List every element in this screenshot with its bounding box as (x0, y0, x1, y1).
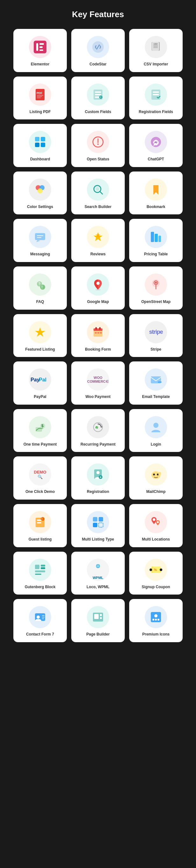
card-reviews[interactable]: Reviews (71, 219, 125, 262)
paypal-icon: PayPal (29, 368, 51, 391)
card-messaging[interactable]: Messaging (13, 219, 67, 262)
svg-rect-100 (41, 567, 45, 569)
svg-rect-110 (42, 615, 45, 616)
card-guest-listing[interactable]: !Guest listing (13, 504, 67, 547)
card-premium-icons[interactable]: Premium Icons (129, 599, 183, 642)
card-faq[interactable]: ?!FAQ (13, 267, 67, 310)
svg-text:AI: AI (154, 141, 157, 144)
card-chatgpt[interactable]: AIChatGPT (129, 124, 183, 167)
card-registration-fields[interactable]: Registration Fields (129, 76, 183, 120)
contact-form-icon (29, 606, 51, 628)
svg-rect-114 (94, 614, 99, 619)
color-settings-icon (29, 179, 51, 201)
svg-rect-43 (35, 233, 45, 240)
svg-rect-98 (35, 565, 39, 569)
card-booking-form[interactable]: Booking Form (71, 314, 125, 357)
svg-point-104 (149, 568, 152, 571)
booking-form-label: Booking Form (85, 347, 111, 352)
svg-rect-111 (42, 617, 45, 617)
color-settings-label: Color Settings (27, 205, 53, 210)
card-one-time-payment[interactable]: $One time Payment (13, 409, 67, 452)
dashboard-label: Dashboard (30, 157, 50, 162)
card-openstreet-map[interactable]: OpenStreet Map (129, 267, 183, 310)
svg-rect-89 (37, 522, 41, 523)
svg-text:$: $ (41, 424, 44, 428)
card-google-map[interactable]: Google Map (71, 267, 125, 310)
svg-text:!: ! (41, 517, 42, 521)
svg-rect-31 (41, 143, 45, 147)
page-builder-icon (87, 606, 109, 628)
open-status-label: Open Status (87, 157, 109, 162)
card-registration[interactable]: +Registration (71, 456, 125, 500)
signup-coupon-label: Signup Coupon (142, 585, 170, 590)
svg-rect-112 (42, 618, 44, 619)
mailchimp-icon (145, 463, 167, 486)
card-email-template[interactable]: Email Template (129, 362, 183, 405)
elementor-label: Elementor (31, 62, 50, 67)
card-open-status[interactable]: Open Status (71, 124, 125, 167)
card-loco-wpml[interactable]: 🌐WPMLLoco, WPML (71, 552, 125, 595)
svg-point-97 (157, 521, 159, 523)
card-custom-fields[interactable]: +Custom Fields (71, 76, 125, 120)
svg-rect-30 (35, 143, 39, 147)
csv-importer-label: CSV Importer (144, 62, 168, 67)
card-login[interactable]: Login (129, 409, 183, 452)
card-recurring-payment[interactable]: ✓Recurring Payment (71, 409, 125, 452)
listing-pdf-icon: PDF (29, 84, 51, 106)
svg-rect-22 (95, 97, 99, 98)
svg-point-56 (96, 282, 100, 285)
svg-text:!: ! (41, 285, 43, 289)
svg-rect-71 (158, 381, 162, 383)
card-signup-coupon[interactable]: %Signup Coupon (129, 552, 183, 595)
svg-rect-14 (36, 89, 45, 100)
card-dashboard[interactable]: Dashboard (13, 124, 67, 167)
paypal-label: PayPal (34, 395, 46, 400)
svg-point-59 (155, 282, 157, 284)
registration-icon: + (87, 463, 109, 486)
guest-listing-label: Guest listing (29, 537, 52, 542)
svg-point-78 (153, 423, 159, 428)
svg-rect-66 (97, 332, 99, 334)
google-map-label: Google Map (87, 300, 109, 305)
card-paypal[interactable]: PayPalPayPal (13, 362, 67, 405)
svg-point-119 (152, 619, 154, 621)
stripe-icon: stripe (145, 321, 167, 343)
svg-rect-99 (41, 565, 45, 567)
multi-locations-icon (145, 511, 167, 533)
card-gutenberg-block[interactable]: Gutenberg Block (13, 552, 67, 595)
card-pricing-table[interactable]: Pricing Table (129, 219, 183, 262)
card-multi-listing-type[interactable]: Multi Listing Type (71, 504, 125, 547)
card-color-settings[interactable]: Color Settings (13, 172, 67, 215)
registration-label: Registration (87, 489, 109, 495)
card-mailchimp[interactable]: MailChimp (129, 456, 183, 500)
card-multi-locations[interactable]: Multi Locations (129, 504, 183, 547)
card-woo-payment[interactable]: WOOCOMMERC∈Woo Payment (71, 362, 125, 405)
svg-rect-2 (39, 43, 44, 45)
card-csv-importer[interactable]: CSVCSV Importer (129, 29, 183, 72)
booking-form-icon (87, 321, 109, 343)
svg-rect-21 (95, 94, 101, 95)
svg-rect-115 (100, 614, 102, 616)
card-elementor[interactable]: Elementor (13, 29, 67, 72)
card-featured-listing[interactable]: Featured Listing (13, 314, 67, 357)
faq-icon: ?! (29, 274, 51, 296)
card-listing-pdf[interactable]: PDFListing PDF (13, 76, 67, 120)
svg-point-118 (154, 614, 158, 617)
svg-rect-4 (39, 50, 43, 51)
svg-rect-67 (100, 332, 102, 334)
card-page-builder[interactable]: Page Builder (71, 599, 125, 642)
dashboard-icon (29, 131, 51, 153)
registration-fields-icon (145, 84, 167, 106)
svg-rect-3 (39, 46, 43, 48)
recurring-payment-icon: ✓ (87, 416, 109, 438)
contact-form-label: Contact Form 7 (26, 632, 54, 637)
features-grid: ElementorCodeStarCSVCSV ImporterPDFListi… (13, 29, 183, 642)
card-contact-form[interactable]: Contact Form 7 (13, 599, 67, 642)
svg-point-34 (97, 144, 99, 145)
card-codestar[interactable]: CodeStar (71, 29, 125, 72)
card-one-click-demo[interactable]: DEMO🔍One Click Demo (13, 456, 67, 500)
card-stripe[interactable]: stripeStripe (129, 314, 183, 357)
svg-point-109 (36, 616, 40, 619)
card-bookmark[interactable]: Bookmark (129, 172, 183, 215)
card-search-builder[interactable]: Search Builder (71, 172, 125, 215)
